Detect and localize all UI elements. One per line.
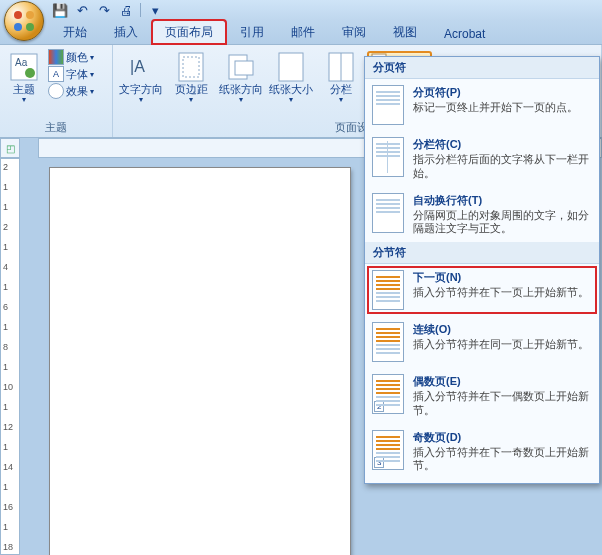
ruler-tick: 4 bbox=[3, 262, 8, 272]
menu-item-title: 奇数页(D) bbox=[413, 430, 591, 445]
svg-point-2 bbox=[14, 23, 22, 31]
tab-acrobat[interactable]: Acrobat bbox=[431, 23, 498, 44]
theme-colors-button[interactable]: 颜色▾ bbox=[48, 49, 94, 65]
ruler-tick: 8 bbox=[3, 342, 8, 352]
ruler-tick: 2 bbox=[3, 222, 8, 232]
ruler-tick: 1 bbox=[3, 322, 8, 332]
menu-item-desc: 插入分节符并在下一页上开始新节。 bbox=[413, 286, 591, 300]
page-break-icon bbox=[371, 322, 405, 362]
menu-item-title: 连续(O) bbox=[413, 322, 591, 337]
themes-button[interactable]: Aa 主题 ▾ bbox=[4, 49, 44, 104]
themes-icon: Aa bbox=[8, 51, 40, 83]
page-break-icon: 2 bbox=[371, 374, 405, 414]
breaks-menu-item[interactable]: 下一页(N)插入分节符并在下一页上开始新节。 bbox=[365, 264, 599, 316]
margins-icon bbox=[175, 51, 207, 83]
ruler-tick: 1 bbox=[3, 402, 8, 412]
breaks-dropdown: 分页符 分页符(P)标记一页终止并开始下一页的点。分栏符(C)指示分栏符后面的文… bbox=[364, 56, 600, 484]
qat-dropdown-icon[interactable]: ▾ bbox=[147, 2, 163, 18]
ruler-tick: 6 bbox=[3, 302, 8, 312]
columns-button[interactable]: 分栏▾ bbox=[317, 49, 365, 104]
breaks-menu-item[interactable]: 分栏符(C)指示分栏符后面的文字将从下一栏开始。 bbox=[365, 131, 599, 187]
ruler-tick: 1 bbox=[3, 202, 8, 212]
tab-review[interactable]: 审阅 bbox=[329, 20, 379, 44]
ruler-tick: 1 bbox=[3, 182, 8, 192]
ruler-tick: 12 bbox=[3, 422, 13, 432]
qat-separator bbox=[140, 3, 141, 17]
margins-button[interactable]: 页边距▾ bbox=[167, 49, 215, 104]
menu-item-desc: 标记一页终止并开始下一页的点。 bbox=[413, 101, 591, 115]
tab-insert[interactable]: 插入 bbox=[101, 20, 151, 44]
ribbon-tabs: 开始 插入 页面布局 引用 邮件 审阅 视图 Acrobat bbox=[0, 20, 602, 44]
themes-label: 主题 bbox=[13, 83, 35, 95]
page-break-icon bbox=[371, 85, 405, 125]
orientation-icon bbox=[225, 51, 257, 83]
ruler-corner[interactable]: ◰ bbox=[0, 138, 20, 158]
colors-icon bbox=[48, 49, 64, 65]
ruler-tick: 1 bbox=[3, 442, 8, 452]
vertical-ruler[interactable]: 2112141618110112114116118 bbox=[0, 158, 20, 555]
menu-item-title: 分栏符(C) bbox=[413, 137, 591, 152]
menu-item-title: 分页符(P) bbox=[413, 85, 591, 100]
ruler-tick: 16 bbox=[3, 502, 13, 512]
ruler-tick: 1 bbox=[3, 522, 8, 532]
page-break-icon bbox=[371, 270, 405, 310]
tab-home[interactable]: 开始 bbox=[50, 20, 100, 44]
text-direction-icon: |A bbox=[125, 51, 157, 83]
menu-item-desc: 插入分节符并在下一奇数页上开始新节。 bbox=[413, 446, 591, 474]
svg-rect-11 bbox=[235, 61, 253, 75]
ruler-tick: 18 bbox=[3, 542, 13, 552]
tab-page-layout[interactable]: 页面布局 bbox=[152, 20, 226, 44]
breaks-menu-item[interactable]: 2偶数页(E)插入分节符并在下一偶数页上开始新节。 bbox=[365, 368, 599, 424]
save-icon[interactable]: 💾 bbox=[52, 2, 68, 18]
svg-point-3 bbox=[26, 23, 34, 31]
ruler-tick: 1 bbox=[3, 282, 8, 292]
group-themes: Aa 主题 ▾ 颜色▾ A字体▾ 效果▾ 主题 bbox=[0, 45, 113, 137]
tab-references[interactable]: 引用 bbox=[227, 20, 277, 44]
office-button[interactable] bbox=[4, 1, 44, 41]
theme-fonts-button[interactable]: A字体▾ bbox=[48, 66, 94, 82]
undo-icon[interactable]: ↶ bbox=[74, 2, 90, 18]
ruler-tick: 1 bbox=[3, 482, 8, 492]
fonts-icon: A bbox=[48, 66, 64, 82]
theme-effects-button[interactable]: 效果▾ bbox=[48, 83, 94, 99]
dropdown-section-section-breaks: 分节符 bbox=[365, 242, 599, 264]
orientation-button[interactable]: 纸张方向▾ bbox=[217, 49, 265, 104]
tab-mailings[interactable]: 邮件 bbox=[278, 20, 328, 44]
menu-item-desc: 分隔网页上的对象周围的文字，如分隔题注文字与正文。 bbox=[413, 209, 591, 237]
ruler-tick: 1 bbox=[3, 242, 8, 252]
menu-item-desc: 插入分节符并在同一页上开始新节。 bbox=[413, 338, 591, 352]
size-button[interactable]: 纸张大小▾ bbox=[267, 49, 315, 104]
menu-item-title: 下一页(N) bbox=[413, 270, 591, 285]
breaks-menu-item[interactable]: 3奇数页(D)插入分节符并在下一奇数页上开始新节。 bbox=[365, 424, 599, 480]
menu-item-title: 自动换行符(T) bbox=[413, 193, 591, 208]
effects-icon bbox=[48, 83, 64, 99]
page-break-icon: 3 bbox=[371, 430, 405, 470]
ruler-tick: 1 bbox=[3, 362, 8, 372]
ruler-tick: 14 bbox=[3, 462, 13, 472]
ruler-tick: 2 bbox=[3, 162, 8, 172]
svg-rect-12 bbox=[279, 53, 303, 81]
print-icon[interactable]: 🖨 bbox=[118, 2, 134, 18]
svg-point-6 bbox=[25, 68, 35, 78]
page-break-icon bbox=[371, 137, 405, 177]
redo-icon[interactable]: ↷ bbox=[96, 2, 112, 18]
quick-access-toolbar: 💾 ↶ ↷ 🖨 ▾ bbox=[0, 0, 602, 20]
svg-point-1 bbox=[26, 11, 34, 19]
columns-icon bbox=[325, 51, 357, 83]
menu-item-desc: 插入分节符并在下一偶数页上开始新节。 bbox=[413, 390, 591, 418]
breaks-menu-item[interactable]: 分页符(P)标记一页终止并开始下一页的点。 bbox=[365, 79, 599, 131]
breaks-menu-item[interactable]: 自动换行符(T)分隔网页上的对象周围的文字，如分隔题注文字与正文。 bbox=[365, 187, 599, 243]
page-break-icon bbox=[371, 193, 405, 233]
svg-point-0 bbox=[14, 11, 22, 19]
document-page[interactable] bbox=[50, 168, 350, 555]
tab-view[interactable]: 视图 bbox=[380, 20, 430, 44]
svg-text:Aa: Aa bbox=[15, 57, 28, 68]
breaks-menu-item[interactable]: 连续(O)插入分节符并在同一页上开始新节。 bbox=[365, 316, 599, 368]
menu-item-title: 偶数页(E) bbox=[413, 374, 591, 389]
text-direction-button[interactable]: |A 文字方向▾ bbox=[117, 49, 165, 104]
chevron-down-icon: ▾ bbox=[22, 95, 26, 104]
group-themes-title: 主题 bbox=[2, 118, 110, 137]
svg-text:|A: |A bbox=[130, 58, 145, 75]
ruler-tick: 10 bbox=[3, 382, 13, 392]
size-icon bbox=[275, 51, 307, 83]
